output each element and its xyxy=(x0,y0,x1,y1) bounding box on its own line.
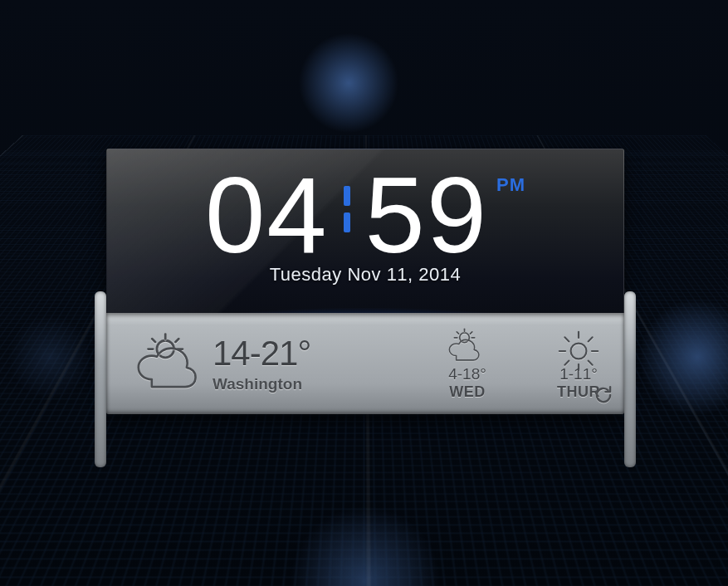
forecast-day-1[interactable]: 4-18° WED xyxy=(422,327,513,401)
refresh-button[interactable] xyxy=(593,384,614,406)
today-temp-range: 14-21° xyxy=(213,334,310,374)
svg-line-2 xyxy=(152,339,155,342)
clock-colon xyxy=(329,161,365,239)
forecast-1-day: WED xyxy=(422,383,513,401)
clock-panel[interactable]: 04 59 PM Tuesday Nov 11, 2014 xyxy=(106,149,624,313)
partly-cloudy-icon xyxy=(129,330,208,397)
svg-line-8 xyxy=(457,331,458,333)
time-display: 04 59 PM xyxy=(107,149,623,269)
svg-line-19 xyxy=(589,337,593,341)
partly-cloudy-icon xyxy=(443,327,491,364)
weather-panel[interactable]: 14-21° Washington 4-18° WED xyxy=(106,313,624,414)
svg-line-17 xyxy=(564,337,569,341)
svg-line-3 xyxy=(175,339,178,342)
clock-weather-widget[interactable]: 04 59 PM Tuesday Nov 11, 2014 14-21° Was… xyxy=(106,149,624,414)
clock-minute: 59 xyxy=(365,161,489,269)
clock-ampm: PM xyxy=(496,174,525,196)
svg-line-20 xyxy=(564,360,569,364)
bracket-right xyxy=(624,291,636,467)
clock-hour: 04 xyxy=(205,161,329,269)
forecast-1-temp: 4-18° xyxy=(422,365,513,383)
sunny-icon xyxy=(555,327,603,364)
clock-date: Tuesday Nov 11, 2014 xyxy=(107,264,623,286)
refresh-icon xyxy=(593,384,614,406)
location-label: Washington xyxy=(213,375,310,393)
svg-line-18 xyxy=(589,360,593,364)
forecast-2-temp: 1-11° xyxy=(533,365,624,383)
svg-line-9 xyxy=(470,331,471,333)
svg-point-12 xyxy=(571,343,587,359)
today-forecast[interactable]: 14-21° Washington xyxy=(106,330,412,397)
bracket-left xyxy=(95,291,106,467)
